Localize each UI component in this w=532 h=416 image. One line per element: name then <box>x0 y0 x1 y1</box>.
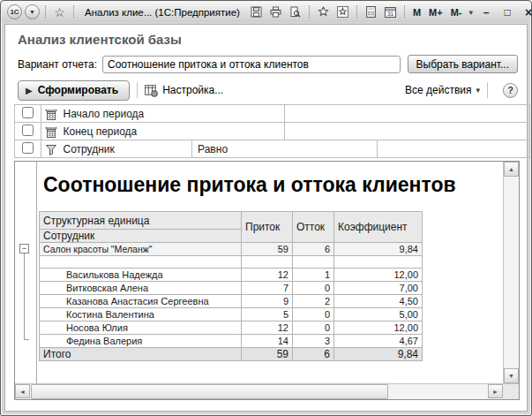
inflow-cell: 7 <box>242 282 293 295</box>
separator <box>309 5 310 19</box>
grouping-gutter: − <box>15 162 37 383</box>
print-icon[interactable] <box>267 4 284 20</box>
outflow-cell: 3 <box>293 335 334 348</box>
scroll-right-icon[interactable]: ► <box>488 384 503 398</box>
outflow-cell: 0 <box>293 308 334 321</box>
period-end-checkbox-cell <box>15 123 41 140</box>
window-title: Анализ клие... (1С:Предприятие) <box>79 7 245 18</box>
report-variant-row: Вариант отчета: Выбрать вариант... <box>18 55 518 73</box>
outflow-cell: 0 <box>293 282 334 295</box>
table-row: Носова Юлия 12 0 12,00 <box>40 321 423 335</box>
scroll-down-icon[interactable]: ▼ <box>504 368 519 383</box>
chevron-down-icon[interactable]: ▾ <box>468 8 476 17</box>
column-header: Приток <box>242 212 293 243</box>
scroll-up-icon[interactable]: ▲ <box>504 162 519 177</box>
report-table: Структурная единица Приток Отток Коэффиц… <box>39 211 423 361</box>
app-window: 1С ▼ ☆ Анализ клие... (1С:Предприятие) 3… <box>0 0 532 416</box>
employee-name-cell: Витковская Алена <box>40 282 242 295</box>
play-icon: ▶ <box>26 86 33 95</box>
client-area: Анализ клиентской базы Вариант отчета: В… <box>4 24 528 412</box>
column-header: Отток <box>293 212 334 243</box>
employee-checkbox[interactable] <box>22 142 34 154</box>
horizontal-scroll-thumb[interactable] <box>31 384 388 399</box>
group-field-label: Сотрудник <box>40 230 242 243</box>
outflow-cell: 6 <box>293 348 334 361</box>
period-start-value-cell[interactable] <box>284 105 529 123</box>
variant-label: Вариант отчета: <box>18 58 97 71</box>
all-actions-label: Все действия <box>405 84 471 96</box>
filter-row-period-end: Конец периода <box>15 123 530 140</box>
horizontal-scroll-track[interactable] <box>388 384 488 399</box>
report-header-row: Структурная единица Приток Отток Коэффиц… <box>40 212 423 230</box>
calculator-icon[interactable] <box>363 4 379 20</box>
chevron-down-icon: ▾ <box>476 86 480 95</box>
save-icon[interactable] <box>248 4 265 20</box>
generate-button[interactable]: ▶ Сформировать <box>18 80 130 101</box>
1c-logo-icon[interactable]: 1С <box>7 4 22 19</box>
maximize-button[interactable]: □ <box>498 4 516 19</box>
vertical-scrollbar[interactable]: ▲ ▼ <box>503 162 519 383</box>
separator <box>356 5 357 19</box>
minimize-button[interactable]: – <box>477 4 495 19</box>
employee-label-cell[interactable]: Сотрудник <box>41 140 192 158</box>
separator <box>137 82 138 98</box>
period-end-checkbox[interactable] <box>22 125 34 136</box>
employee-value-cell[interactable] <box>378 140 530 158</box>
report-result-panel: − Соотношение притока и оттока клиентов … <box>14 161 520 400</box>
ratio-cell: 4,67 <box>334 335 423 348</box>
period-start-checkbox-cell <box>15 105 41 123</box>
inflow-cell: 5 <box>242 308 293 321</box>
all-actions-button[interactable]: Все действия ▾ <box>405 84 480 96</box>
column-header: Структурная единица <box>40 212 242 230</box>
period-end-label-cell[interactable]: Конец периода <box>41 123 284 140</box>
ratio-cell: 7,00 <box>334 282 423 295</box>
group-name-cell: Салон красоты "Меланж" <box>40 243 242 256</box>
employee-condition-cell[interactable]: Равно <box>192 140 378 158</box>
generate-label: Сформировать <box>38 84 118 96</box>
memory-m-plus-button[interactable]: M+ <box>426 7 446 18</box>
filter-label: Сотрудник <box>63 143 114 155</box>
close-button[interactable]: × <box>520 4 532 19</box>
main-menu-dropdown-icon[interactable]: ▼ <box>25 4 40 19</box>
collapse-group-button[interactable]: − <box>19 244 29 253</box>
memory-m-button[interactable]: M <box>410 7 423 18</box>
favorites-star-icon[interactable]: ☆ <box>51 4 68 20</box>
add-favorite-star-icon[interactable] <box>315 4 332 20</box>
variant-input[interactable] <box>102 56 401 73</box>
horizontal-scrollbar[interactable]: ◄ ► <box>15 383 503 399</box>
period-end-value-cell[interactable] <box>284 123 529 140</box>
employee-checkbox-cell <box>15 140 41 158</box>
titlebar: 1С ▼ ☆ Анализ клие... (1С:Предприятие) 3… <box>2 2 530 22</box>
calendar-icon[interactable]: 31 <box>382 4 399 20</box>
separator <box>404 5 405 19</box>
scrollbar-corner <box>503 383 519 399</box>
outflow-cell: 0 <box>293 321 334 335</box>
ratio-cell: 4,50 <box>334 295 423 308</box>
scroll-left-icon[interactable]: ◄ <box>15 384 30 398</box>
ratio-cell: 12,00 <box>334 269 423 282</box>
report-toolbar: ▶ Сформировать Настройка... Все действия… <box>18 79 518 101</box>
settings-button[interactable]: Настройка... <box>145 84 223 97</box>
table-row: Василькова Надежда 12 1 12,00 <box>40 269 423 282</box>
spacer-row <box>40 256 423 269</box>
choose-variant-button[interactable]: Выбрать вариант... <box>408 55 518 73</box>
period-start-label-cell[interactable]: Начало периода <box>41 105 284 123</box>
outflow-cell: 6 <box>293 243 334 256</box>
employee-name-cell: Казанова Анастасия Сергеевна <box>40 295 242 308</box>
show-favorites-icon[interactable] <box>334 4 351 20</box>
memory-m-minus-button[interactable]: M- <box>448 7 465 18</box>
separator <box>45 5 46 19</box>
print-preview-icon[interactable] <box>287 4 303 20</box>
window-controls: – □ × <box>477 4 532 19</box>
help-button[interactable]: ? <box>503 83 518 98</box>
table-row: Витковская Алена 7 0 7,00 <box>40 282 423 295</box>
filter-row-employee: Сотрудник Равно <box>15 140 530 158</box>
period-start-checkbox[interactable] <box>22 107 34 118</box>
report-title: Соотношение притока и оттока клиентов <box>43 173 456 197</box>
inflow-cell: 59 <box>242 348 293 361</box>
column-header: Коэффициент <box>334 212 423 243</box>
table-row: Костина Валентина 5 0 5,00 <box>40 308 423 321</box>
filter-funnel-icon <box>45 143 57 155</box>
period-calendar-icon <box>45 108 57 120</box>
settings-icon <box>145 84 158 97</box>
